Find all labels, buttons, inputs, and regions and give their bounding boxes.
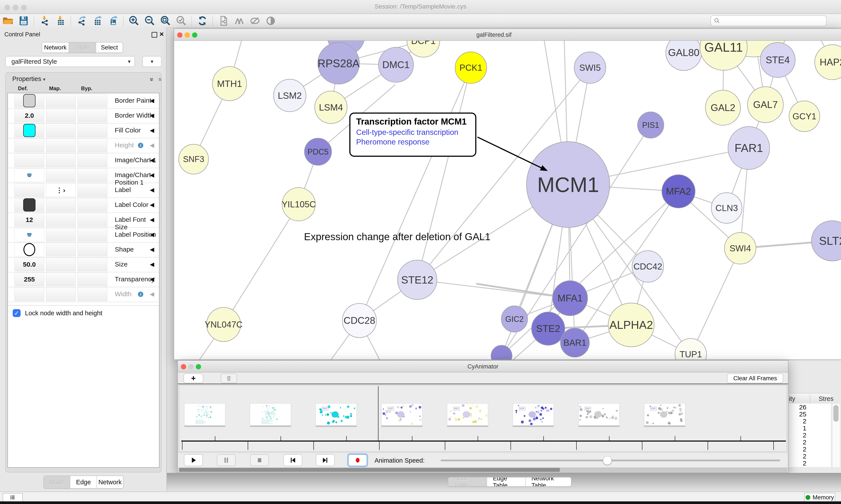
expand-row-icon[interactable]: ◀: [150, 246, 154, 253]
def-cell[interactable]: [15, 243, 44, 256]
expand-row-icon[interactable]: ◀: [150, 157, 154, 164]
search-field[interactable]: [711, 15, 826, 26]
annotation-link[interactable]: Cell-type-specific transcription: [356, 128, 469, 137]
export-network-icon[interactable]: [74, 15, 89, 27]
expand-row-icon[interactable]: ◀: [150, 127, 154, 134]
def-cell[interactable]: [15, 168, 44, 182]
timeline-playhead[interactable]: [378, 386, 378, 440]
byp-cell[interactable]: [77, 243, 107, 256]
def-cell[interactable]: [15, 198, 44, 212]
map-cell[interactable]: [46, 109, 76, 122]
map-cell[interactable]: ⋮›: [46, 183, 76, 197]
frame-thumbnail-0s[interactable]: [184, 403, 225, 426]
def-cell[interactable]: [15, 154, 44, 167]
expand-row-icon[interactable]: ◀: [150, 201, 154, 208]
animation-timeline[interactable]: Seconds 0123456789: [179, 385, 787, 452]
search-input[interactable]: [721, 17, 826, 24]
style-selector[interactable]: galFiltered Style ▾: [5, 56, 135, 67]
record-button[interactable]: [348, 454, 367, 466]
map-cell[interactable]: [46, 124, 76, 137]
byp-cell[interactable]: [77, 183, 107, 197]
collapse-all-icon[interactable]: »: [156, 78, 163, 82]
expand-row-icon[interactable]: ◀: [150, 112, 154, 119]
table-row[interactable]: 2: [788, 446, 831, 453]
refresh-view-icon[interactable]: [195, 15, 210, 27]
map-cell[interactable]: [46, 228, 76, 241]
export-table-icon[interactable]: [89, 15, 105, 27]
annotation-box[interactable]: Transcription factor MCM1 Cell-type-spec…: [349, 112, 476, 157]
table-row[interactable]: 2: [788, 432, 831, 438]
import-network-icon[interactable]: [37, 15, 53, 27]
dock-tab-network-table[interactable]: Network Table: [525, 478, 571, 486]
animation-speed-slider[interactable]: [441, 460, 780, 461]
task-history-button[interactable]: [3, 493, 23, 502]
properties-header[interactable]: Properties ▾: [12, 75, 45, 83]
network-canvas[interactable]: RPS28ADCP1DMC1MTH1LSM2LSM4PCK1SWI5GAL80G…: [174, 41, 841, 360]
table-row[interactable]: 25: [788, 411, 831, 417]
export-image-icon[interactable]: [105, 15, 121, 27]
byp-cell[interactable]: [77, 109, 107, 122]
frame-thumbnail-7s[interactable]: [644, 403, 685, 426]
expand-all-icon[interactable]: »: [148, 78, 156, 82]
frame-thumbnail-3s[interactable]: [381, 403, 423, 426]
column-divider[interactable]: [810, 394, 810, 403]
byp-cell[interactable]: [77, 213, 107, 227]
byp-cell[interactable]: [77, 94, 107, 108]
style-options-button[interactable]: ▾: [142, 56, 162, 67]
binoculars-icon[interactable]: [231, 15, 247, 27]
dock-tab-edge-table[interactable]: Edge Table: [487, 478, 525, 486]
zoom-out-icon[interactable]: [142, 15, 158, 27]
info-icon[interactable]: i: [137, 141, 145, 149]
def-cell[interactable]: 12: [15, 213, 44, 227]
add-frame-button[interactable]: +: [183, 374, 203, 383]
delete-frame-button[interactable]: [221, 374, 237, 383]
map-cell[interactable]: [46, 273, 76, 286]
def-cell[interactable]: 50.0: [15, 258, 44, 271]
column-header[interactable]: Stres: [819, 395, 834, 402]
frame-thumbnail-1s[interactable]: [250, 403, 291, 426]
expand-row-icon[interactable]: ◀: [150, 216, 154, 223]
def-cell[interactable]: 255: [15, 273, 44, 286]
frame-thumbnail-2s[interactable]: [316, 403, 357, 426]
expand-row-icon[interactable]: ◀: [150, 261, 154, 268]
tab-style[interactable]: Style: [69, 42, 95, 53]
frame-thumbnail-5s[interactable]: [513, 403, 554, 426]
expand-row-icon[interactable]: ◀: [150, 276, 154, 283]
copy-network-icon[interactable]: [215, 15, 231, 27]
hide-eye-icon[interactable]: [247, 15, 263, 27]
map-cell[interactable]: [46, 198, 76, 212]
skip-start-button[interactable]: [283, 454, 302, 466]
table-vertical-scrollbar[interactable]: [832, 403, 840, 467]
def-cell[interactable]: [15, 94, 44, 108]
byp-cell[interactable]: [77, 139, 107, 152]
canvas-note-text[interactable]: Expression change after deletion of GAL1: [304, 231, 490, 242]
def-cell[interactable]: [15, 124, 44, 137]
def-cell[interactable]: [15, 228, 44, 241]
import-table-icon[interactable]: [53, 15, 68, 27]
def-cell[interactable]: [15, 139, 44, 152]
zoom-in-icon[interactable]: [126, 15, 142, 27]
zoom-icon[interactable]: [192, 32, 197, 38]
skip-end-button[interactable]: [316, 454, 335, 466]
zoom-fit-icon[interactable]: [158, 15, 174, 27]
column-header[interactable]: ity: [789, 395, 795, 402]
save-session-icon[interactable]: [16, 15, 32, 27]
tab-network[interactable]: Network: [42, 42, 69, 53]
cyanimator-titlebar[interactable]: CyAnimator: [178, 361, 788, 373]
pause-button[interactable]: [217, 454, 236, 466]
expand-row-icon[interactable]: ◀: [150, 142, 154, 149]
show-eye-icon[interactable]: [263, 15, 279, 27]
map-cell[interactable]: [46, 258, 76, 271]
open-session-icon[interactable]: [0, 15, 16, 27]
frame-thumbnail-4s[interactable]: [447, 403, 488, 426]
network-window-titlebar[interactable]: galFiltered.sif: [174, 29, 841, 41]
map-cell[interactable]: [46, 287, 76, 301]
expand-row-icon[interactable]: ◀: [150, 231, 154, 238]
annotation-link[interactable]: Pheromone response: [356, 138, 469, 146]
byp-cell[interactable]: [77, 258, 107, 271]
clear-all-frames-button[interactable]: Clear All Frames: [727, 374, 783, 383]
table-row[interactable]: 1: [788, 425, 831, 432]
minimize-icon[interactable]: [185, 32, 190, 38]
byp-cell[interactable]: [77, 168, 107, 182]
dock-tab-node-table[interactable]: Node Table: [448, 478, 487, 486]
